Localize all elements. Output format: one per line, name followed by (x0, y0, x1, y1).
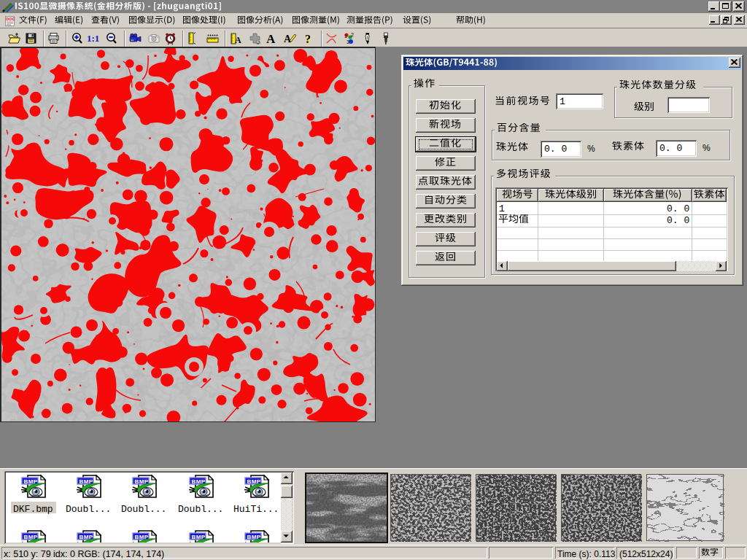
svg-text:A: A (284, 34, 292, 44)
svg-text:2: 2 (351, 32, 354, 37)
svg-text:3: 3 (347, 39, 349, 44)
svg-text:DOC: DOC (6, 17, 15, 21)
svg-text:?: ? (305, 33, 311, 45)
svg-text:A: A (266, 32, 276, 45)
svg-text:A: A (235, 35, 241, 45)
svg-text:1: 1 (344, 34, 347, 39)
svg-text:1:1: 1:1 (87, 33, 99, 44)
